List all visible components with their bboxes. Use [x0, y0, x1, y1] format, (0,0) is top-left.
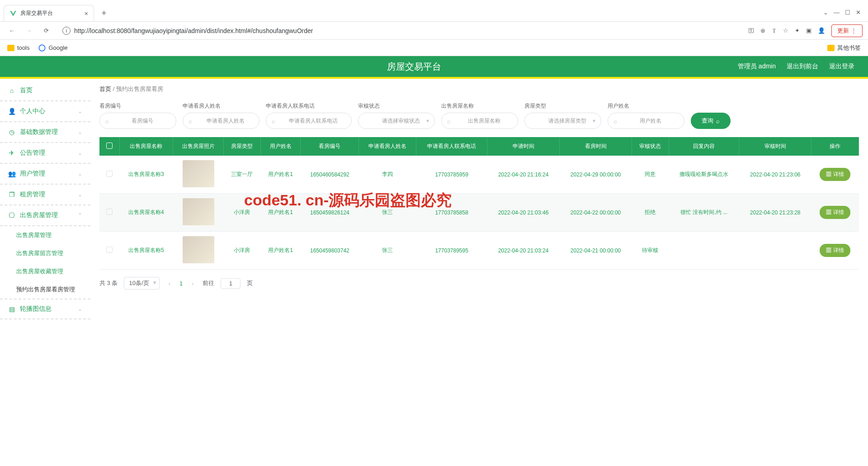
filter-input-code[interactable]: ⌕看房编号	[99, 113, 176, 129]
table-header: 出售房屋照片	[173, 137, 224, 156]
cell-phone: 17703789595	[416, 232, 487, 270]
search-icon: ⌕	[716, 118, 720, 124]
profile-icon[interactable]: 👤	[818, 27, 825, 34]
row-checkbox[interactable]	[106, 209, 113, 215]
query-button[interactable]: 查询⌕	[691, 113, 731, 129]
cell-reply	[669, 232, 739, 270]
window-maximize-icon[interactable]: ☐	[845, 9, 850, 16]
filter-label-code: 看房编号	[99, 102, 176, 110]
table-header: 回复内容	[669, 137, 739, 156]
filter-label-phone: 申请看房人联系电话	[266, 102, 352, 110]
sidebar-item-home[interactable]: ⌂首页	[0, 81, 90, 101]
bookmark-tools[interactable]: tools	[7, 44, 29, 51]
copy-icon: ❐	[8, 191, 15, 198]
cell-reply: 撒嘎嘎哈斯多喝点水	[669, 156, 739, 194]
chevron-down-icon: ⌄	[78, 108, 82, 114]
header-user[interactable]: 管理员 admin	[738, 62, 776, 71]
share-icon[interactable]: ⇪	[772, 27, 777, 34]
bookmark-other[interactable]: 其他书签	[827, 44, 861, 52]
select-all-checkbox[interactable]	[106, 143, 113, 149]
back-button[interactable]: ←	[5, 24, 18, 37]
cell-review-time	[739, 232, 811, 270]
users-icon: 👥	[8, 170, 15, 177]
sidebar-sub-sale-list[interactable]: 出售房屋管理	[0, 226, 90, 244]
panel-icon[interactable]: ▣	[806, 27, 811, 34]
browser-tab[interactable]: 房屋交易平台 ×	[4, 5, 94, 21]
sidebar-item-users[interactable]: 👥用户管理⌄	[0, 164, 90, 185]
user-icon: 👤	[8, 108, 15, 115]
detail-button[interactable]: ☰ 详情	[820, 206, 850, 219]
app-header: 房屋交易平台 管理员 admin 退出到前台 退出登录	[0, 56, 868, 79]
cell-apply-time: 2022-04-20 21:03:46	[487, 194, 560, 232]
window-dropdown-icon[interactable]: ⌄	[823, 9, 828, 16]
cell-user: 用户姓名1	[260, 156, 301, 194]
house-thumbnail[interactable]	[183, 160, 214, 187]
sidebar-sub-sale-collect[interactable]: 出售房屋收藏管理	[0, 262, 90, 281]
chevron-down-icon: ⌄	[78, 150, 82, 156]
house-thumbnail[interactable]	[183, 236, 214, 263]
page-number[interactable]: 1	[179, 280, 183, 287]
folder-icon	[7, 45, 14, 51]
reload-button[interactable]: ⟳	[40, 24, 52, 37]
cell-view-time: 2022-04-29 00:00:00	[560, 156, 632, 194]
filter-label-type: 房屋类型	[524, 102, 601, 110]
next-page-button[interactable]: ›	[189, 280, 196, 287]
site-info-icon[interactable]: i	[62, 27, 71, 35]
bookmark-icon[interactable]: ☆	[783, 27, 788, 34]
sidebar-item-carousel[interactable]: ▤轮播图信息⌄	[0, 299, 90, 319]
chevron-down-icon: ⌄	[78, 191, 82, 198]
sidebar-item-sale[interactable]: 🖵出售房屋管理⌃	[0, 205, 90, 226]
key-icon[interactable]: ⚿	[748, 27, 754, 34]
cell-photo	[173, 232, 224, 270]
header-logout[interactable]: 退出登录	[829, 62, 854, 71]
pagination: 共 3 条 10条/页 ‹ 1 › 前往 1 页	[99, 277, 859, 290]
row-checkbox[interactable]	[106, 247, 113, 253]
close-icon[interactable]: ×	[85, 10, 88, 17]
goto-input[interactable]: 1	[221, 278, 241, 289]
table-header: 申请看房人联系电话	[416, 137, 487, 156]
cell-user: 用户姓名1	[260, 232, 301, 270]
cell-status: 拒绝	[632, 194, 669, 232]
address-bar[interactable]: i http://localhost:8080/fangwujiaoyiping…	[57, 24, 744, 38]
cell-user: 用户姓名1	[260, 194, 301, 232]
zoom-icon[interactable]: ⊕	[760, 27, 765, 34]
window-close-icon[interactable]: ✕	[856, 9, 861, 16]
cell-applicant: 张三	[359, 232, 416, 270]
filter-input-phone[interactable]: ⌕申请看房人联系电话	[266, 113, 352, 129]
filter-input-house[interactable]: ⌕出售房屋名称	[441, 113, 518, 129]
filter-label-user: 用户姓名	[608, 102, 684, 110]
svg-point-0	[39, 45, 45, 51]
new-tab-button[interactable]: +	[98, 7, 110, 19]
bookmark-google[interactable]: Google	[38, 44, 67, 52]
filter-select-status[interactable]: 请选择审核状态	[358, 113, 435, 129]
forward-button[interactable]: →	[23, 24, 35, 37]
filter-input-name[interactable]: ⌕申请看房人姓名	[183, 113, 259, 129]
sidebar-item-notice[interactable]: ✈公告管理⌄	[0, 143, 90, 164]
cell-code: 1650460584292	[301, 156, 359, 194]
folder-icon	[827, 45, 835, 51]
extensions-icon[interactable]: ✦	[795, 27, 800, 34]
row-checkbox[interactable]	[106, 171, 113, 177]
sidebar-sub-sale-order[interactable]: 预约出售房屋看房管理	[0, 281, 90, 299]
house-thumbnail[interactable]	[183, 198, 214, 225]
cell-type: 三室一厅	[224, 156, 261, 194]
monitor-icon: 🖵	[8, 212, 15, 219]
cell-photo	[173, 194, 224, 232]
header-to-front[interactable]: 退出到前台	[787, 62, 818, 71]
detail-button[interactable]: ☰ 详情	[820, 244, 850, 257]
chevron-down-icon: ⌄	[78, 129, 82, 135]
sidebar-item-rent[interactable]: ❐租房管理⌄	[0, 185, 90, 205]
sidebar-item-personal[interactable]: 👤个人中心⌄	[0, 101, 90, 122]
breadcrumb-home[interactable]: 首页	[99, 86, 111, 92]
cell-phone: 17703785959	[416, 156, 487, 194]
filter-input-user[interactable]: ⌕用户姓名	[608, 113, 684, 129]
sidebar-sub-sale-message[interactable]: 出售房屋留言管理	[0, 244, 90, 262]
window-minimize-icon[interactable]: —	[834, 9, 840, 16]
page-size-select[interactable]: 10条/页	[124, 277, 159, 290]
detail-button[interactable]: ☰ 详情	[820, 168, 850, 181]
filter-select-type[interactable]: 请选择房屋类型	[524, 113, 601, 129]
sidebar-item-basic[interactable]: ◷基础数据管理⌄	[0, 122, 90, 143]
pagination-total: 共 3 条	[99, 279, 118, 287]
prev-page-button[interactable]: ‹	[166, 280, 173, 287]
update-button[interactable]: 更新⋮	[831, 24, 863, 37]
